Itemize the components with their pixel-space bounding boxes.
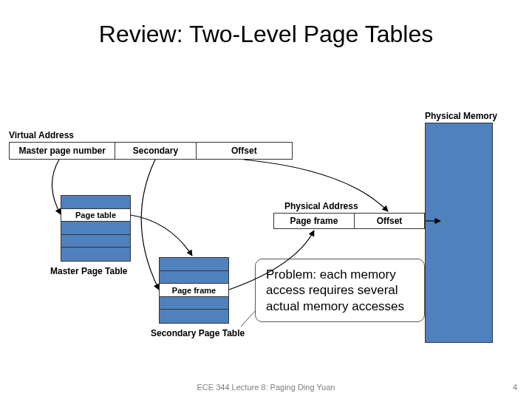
va-secondary-cell: Secondary xyxy=(115,143,196,159)
physical-memory-block xyxy=(425,123,493,343)
label-virtual-address: Virtual Address xyxy=(9,130,74,140)
va-offset-cell: Offset xyxy=(197,143,292,159)
spt-row-blank-2 xyxy=(160,271,228,284)
spt-row-blank-4 xyxy=(160,297,228,310)
spt-row-blank-5 xyxy=(160,310,228,323)
label-secondary-page-table: Secondary Page Table xyxy=(151,328,245,338)
pa-offset-cell: Offset xyxy=(355,214,424,228)
mpt-row-blank-4 xyxy=(61,248,130,261)
label-physical-memory: Physical Memory xyxy=(425,111,497,121)
mpt-row-blank-3 xyxy=(61,235,130,248)
master-page-table-box: Page table xyxy=(61,195,131,262)
footer-center: ECE 344 Lecture 8: Paging Ding Yuan xyxy=(0,383,532,392)
problem-callout: Problem: each memory access requires sev… xyxy=(255,259,425,322)
physical-address-box: Page frame Offset xyxy=(273,213,425,229)
mpt-row-page-table: Page table xyxy=(61,209,130,222)
virtual-address-box: Master page number Secondary Offset xyxy=(9,142,293,160)
spt-row-page-frame: Page frame xyxy=(160,284,228,297)
mpt-row-blank-top xyxy=(61,196,130,209)
spt-row-blank-top xyxy=(160,258,228,271)
secondary-page-table-box: Page frame xyxy=(159,257,229,324)
slide-title: Review: Two-Level Page Tables xyxy=(0,21,532,48)
pa-page-frame-cell: Page frame xyxy=(274,214,355,228)
mpt-row-blank-2 xyxy=(61,222,130,235)
va-master-cell: Master page number xyxy=(10,143,115,159)
label-physical-address: Physical Address xyxy=(284,201,358,211)
footer-page-number: 4 xyxy=(513,383,517,392)
label-master-page-table: Master Page Table xyxy=(50,266,127,276)
